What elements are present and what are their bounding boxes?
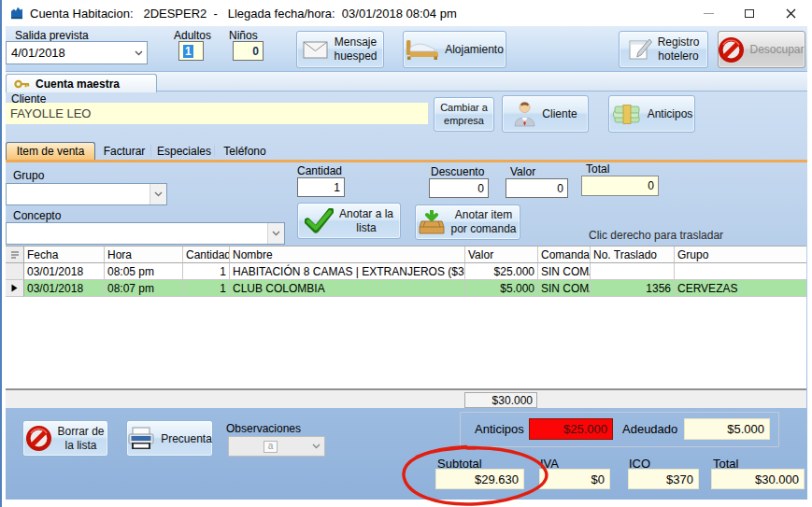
anotar-lista-line1: Anotar a la [339, 207, 393, 221]
cell-traslado: 1356 [591, 280, 675, 297]
cantidad-value: 1 [334, 181, 340, 194]
salida-prevista-combobox[interactable]: 4/01/2018 [6, 41, 148, 64]
col-header-cantidad[interactable]: Cantidad [183, 246, 230, 263]
registro-hotelero-button[interactable]: Registrohotelero [619, 31, 708, 68]
descuento-input[interactable]: 0 [429, 178, 489, 198]
chevron-down-icon[interactable] [130, 42, 147, 63]
iva-value: $0 [591, 472, 605, 486]
cliente-button[interactable]: Cliente [502, 95, 589, 133]
mensaje-line2: huesped [334, 49, 377, 63]
col-header-traslado[interactable]: No. Traslado [591, 246, 675, 263]
alojamiento-label: Alojamiento [445, 43, 504, 56]
valor-input[interactable]: 0 [506, 178, 568, 198]
no-entry-icon [26, 426, 51, 451]
adeudado-label: Adeudado [622, 422, 677, 436]
precuenta-label: Precuenta [161, 432, 212, 445]
col-header-grupo[interactable]: Grupo [675, 246, 806, 263]
close-button[interactable] [772, 0, 809, 26]
screen-edge-strip [0, 0, 2, 507]
col-header-hora[interactable]: Hora [105, 246, 183, 263]
anticipos-button[interactable]: Anticipos [608, 95, 695, 133]
col-header-fecha[interactable]: Fecha [24, 246, 105, 263]
desocupar-button[interactable]: Desocupar [718, 31, 805, 68]
tab-especiales[interactable]: Especiales [153, 142, 215, 160]
cantidad-label: Cantidad [297, 164, 342, 177]
col-header-nombre[interactable]: Nombre [230, 246, 465, 263]
anotar-lista-button[interactable]: Anotar a lalista [297, 203, 401, 239]
ico-value: $370 [666, 472, 693, 486]
bed-icon [406, 39, 439, 61]
cell-fecha: 03/01/2018 [24, 263, 105, 280]
col-header-comanda[interactable]: Comanda [538, 246, 591, 263]
window-title: Cuenta Habitacion: 2DESPER2 - Llegada fe… [30, 7, 457, 21]
cell-hora: 08:05 pm [105, 263, 183, 280]
salida-prevista-label: Salida prevista [15, 29, 89, 42]
adultos-input[interactable]: 1 [178, 41, 204, 61]
traslado-hint: Clic derecho para trasladar [589, 229, 723, 242]
grid-total-bar: $30.000 [6, 388, 806, 408]
mensaje-line1: Mensaje [334, 35, 377, 49]
valor-value: 0 [557, 182, 563, 195]
iva-value-field: $0 [539, 469, 610, 489]
anotar-comanda-line1: Anotar item [450, 208, 516, 222]
cambiar-empresa-button[interactable]: Cambiar aempresa [434, 97, 494, 132]
ninos-value: 0 [252, 45, 259, 58]
cell-grupo: CERVEZAS [675, 280, 806, 297]
mensaje-huesped-button[interactable]: Mensajehuesped [296, 31, 384, 68]
precuenta-button[interactable]: Precuenta [126, 420, 213, 457]
tab-especiales-label: Especiales [157, 145, 211, 158]
adeudado-value: $5.000 [727, 422, 764, 436]
tab-facturar[interactable]: Facturar [97, 142, 151, 160]
person-icon [513, 101, 536, 127]
cell-valor: $5.000 [465, 280, 538, 297]
ninos-input[interactable]: 0 [233, 41, 264, 61]
cliente-value: FAYOLLE LEO [10, 106, 91, 120]
concepto-combobox[interactable] [6, 222, 285, 245]
check-icon [305, 208, 334, 233]
registro-line1: Registro [658, 35, 700, 49]
rows-icon [10, 250, 20, 260]
ninos-label: Niños [229, 29, 258, 42]
tab-telefono[interactable]: Teléfono [217, 142, 273, 160]
minimize-button[interactable] [690, 0, 727, 26]
col-header-valor[interactable]: Valor [465, 246, 538, 263]
chevron-down-icon[interactable] [150, 184, 166, 204]
cell-hora: 08:07 pm [105, 280, 183, 297]
row-selector-cell [6, 263, 24, 280]
descuento-label: Descuento [431, 165, 484, 178]
crate-arrow-icon [419, 210, 445, 235]
chevron-down-icon[interactable] [267, 223, 284, 244]
no-entry-icon [719, 37, 744, 63]
tab-cuenta-maestra[interactable]: Cuenta maestra [6, 74, 157, 92]
alojamiento-button[interactable]: Alojamiento [403, 31, 506, 68]
borrar-lista-button[interactable]: Borrar dela lista [22, 420, 108, 457]
tab-item-de-venta[interactable]: Item de venta [6, 142, 95, 160]
adultos-value: 1 [183, 45, 193, 58]
observaciones-combobox[interactable]: a [228, 436, 325, 457]
cambiar-line1: Cambiar a [440, 102, 488, 115]
cambiar-line2: empresa [440, 115, 488, 128]
subtotal-value-field: $29.630 [435, 469, 524, 489]
grupo-combobox[interactable] [6, 183, 167, 205]
tab-separator [150, 145, 151, 157]
envelope-icon [303, 41, 328, 59]
cliente-field[interactable]: FAYOLLE LEO [6, 103, 428, 124]
salida-prevista-value: 4/01/2018 [7, 46, 130, 60]
tab-separator [214, 145, 215, 157]
registro-line2: hotelero [658, 49, 700, 63]
row-arrow-icon [11, 284, 18, 292]
cell-comanda: SIN COMANDA [538, 263, 591, 280]
cell-valor: $25.000 [465, 263, 538, 280]
total-footer-value: $30.000 [755, 472, 799, 486]
cantidad-input[interactable]: 1 [297, 177, 345, 197]
maximize-icon [745, 9, 754, 18]
anotar-comanda-button[interactable]: Anotar itempor comanda [415, 204, 520, 240]
cell-nombre: HABITACIÓN 8 CAMAS | EXTRANJEROS ($30.00… [230, 263, 465, 280]
adultos-label: Adultos [174, 29, 211, 42]
subtotal-value: $29.630 [475, 472, 519, 486]
notepad-icon [628, 37, 652, 62]
text-style-icon: a [264, 441, 278, 453]
maximize-button[interactable] [731, 0, 768, 26]
concepto-label: Concepto [13, 209, 61, 222]
chevron-down-icon[interactable] [307, 437, 324, 456]
